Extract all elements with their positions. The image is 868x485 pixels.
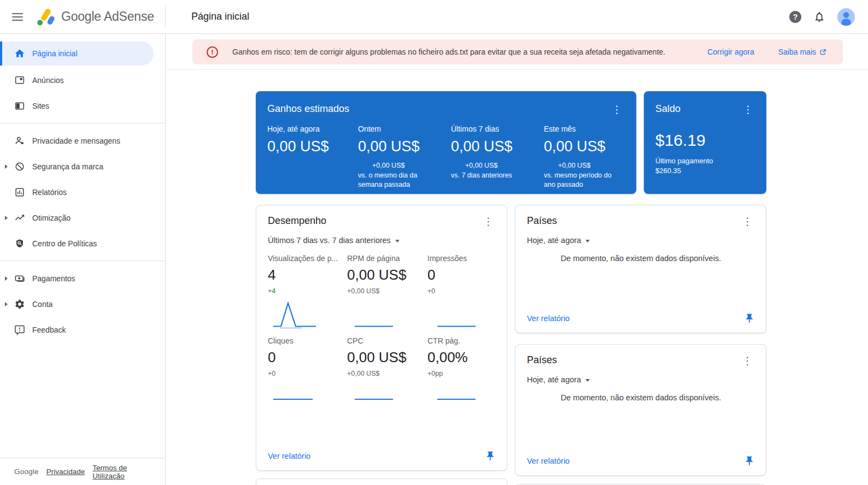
- metric-delta: +0,00 US$: [347, 370, 427, 377]
- metric-label: Visualizações de p...: [268, 254, 347, 263]
- metric-value: 0,00 US$: [267, 138, 358, 155]
- sidebar-item-label: Conta: [32, 300, 52, 309]
- top-bar: Google AdSense Página inicial ?: [0, 0, 868, 34]
- metric: Cliques 0 +0: [268, 336, 347, 377]
- sidebar-item-centro-de-politicas[interactable]: Centro de Políticas: [0, 230, 165, 256]
- countries-card: Países ⋮ Hoje, até agora De momento, não…: [515, 205, 766, 333]
- sidebar-item-label: Privacidade e mensagens: [32, 137, 120, 145]
- metric-compare: vs. o mesmo dia da semana passada: [358, 171, 440, 189]
- metric-label: RPM de página: [347, 254, 427, 263]
- metric-delta: +0pp: [427, 370, 496, 377]
- notifications-icon[interactable]: [813, 11, 825, 23]
- chevron-down-icon: [395, 240, 400, 242]
- sidebar-divider: [0, 261, 165, 261]
- metric-delta: +0,00 US$: [544, 162, 624, 169]
- view-report-link[interactable]: Ver relatório: [268, 452, 310, 460]
- google-footer-logo: Google: [14, 468, 39, 476]
- view-report-link[interactable]: Ver relatório: [527, 457, 570, 465]
- metric-label: Este mês: [544, 125, 624, 133]
- pin-icon[interactable]: [744, 456, 755, 466]
- expand-arrow-icon[interactable]: [5, 302, 8, 306]
- last-payment-label: Último pagamento: [655, 157, 755, 165]
- payments-icon: [14, 273, 25, 284]
- learn-more-label: Saiba mais: [778, 48, 816, 56]
- top-bar-left: Google AdSense: [0, 0, 166, 33]
- more-options-icon[interactable]: ⋮: [609, 103, 624, 116]
- sidebar-divider: [0, 123, 165, 123]
- card-title: Países: [527, 215, 557, 227]
- earnings-column: Hoje, até agora 0,00 US$: [267, 125, 358, 189]
- expand-arrow-icon[interactable]: [5, 276, 8, 281]
- sidebar-item-pagamentos[interactable]: Pagamentos: [0, 265, 165, 291]
- date-range-label: Hoje, até agora: [527, 375, 581, 384]
- metric-value: 0,00 US$: [347, 349, 427, 366]
- error-icon: !: [207, 46, 218, 58]
- chevron-down-icon: [585, 379, 590, 382]
- metric: CTR pág. 0,00% +0pp: [427, 336, 496, 377]
- metric-compare: vs. 7 dias anteriores: [451, 171, 533, 180]
- metric-label: Hoje, até agora: [267, 125, 358, 133]
- metric-value: 0,00 US$: [544, 138, 624, 155]
- more-options-icon[interactable]: ⋮: [741, 103, 755, 116]
- block-icon: [14, 161, 25, 172]
- earnings-column: Este mês 0,00 US$ +0,00 US$ vs. mesmo pe…: [544, 125, 624, 189]
- sidebar-item-relatorios[interactable]: Relatórios: [0, 179, 165, 205]
- metric-label: Cliques: [268, 336, 347, 345]
- metric-delta: +0,00 US$: [451, 162, 544, 169]
- earnings-column: Últimos 7 dias 0,00 US$ +0,00 US$ vs. 7 …: [451, 125, 544, 189]
- page-title: Página inicial: [191, 11, 249, 22]
- metric-value: 0: [268, 349, 347, 366]
- learn-more-link[interactable]: Saiba mais: [778, 48, 826, 56]
- sidebar-item-feedback[interactable]: Feedback: [0, 317, 165, 342]
- sidebar-item-sites[interactable]: Sites: [0, 93, 165, 119]
- bar-chart-icon: [14, 187, 25, 198]
- sidebar-item-privacidade-e-mensagens[interactable]: Privacidade e mensagens: [0, 128, 165, 153]
- last-payment-value: $260.35: [655, 167, 755, 175]
- privacy-person-icon: [14, 135, 25, 146]
- brand-text: Google AdSense: [61, 9, 154, 24]
- sidebar-item-conta[interactable]: Conta: [0, 291, 165, 317]
- earnings-column: Ontem 0,00 US$ +0,00 US$ vs. o mesmo dia…: [358, 125, 451, 189]
- fix-now-link[interactable]: Corrigir agora: [707, 48, 754, 56]
- menu-icon[interactable]: [12, 13, 23, 21]
- adsense-logo-icon: [36, 8, 56, 26]
- sidebar-item-pagina-inicial[interactable]: Página inicial: [0, 42, 154, 66]
- metric: Impressões 0 +0: [427, 254, 496, 295]
- adsense-logo[interactable]: Google AdSense: [36, 8, 154, 26]
- sparkline-flat: [353, 396, 395, 403]
- date-range-label: Últimos 7 dias vs. 7 dias anteriores: [268, 236, 391, 245]
- more-options-icon[interactable]: ⋮: [740, 354, 755, 367]
- metric-delta: +0,00 US$: [358, 162, 451, 169]
- pin-icon[interactable]: [744, 313, 755, 324]
- sidebar-item-label: Feedback: [32, 326, 66, 334]
- empty-state-message: De momento, não existem dados disponívei…: [527, 393, 755, 402]
- date-range-selector[interactable]: Hoje, até agora: [527, 236, 590, 245]
- card-title: Saldo: [655, 103, 681, 115]
- more-options-icon[interactable]: ⋮: [481, 215, 496, 228]
- help-icon[interactable]: ?: [789, 11, 801, 23]
- sparkline-flat: [353, 301, 395, 329]
- avatar[interactable]: [837, 8, 855, 26]
- terms-link[interactable]: Termos de Utilização: [92, 464, 151, 480]
- view-report-link[interactable]: Ver relatório: [527, 314, 570, 323]
- card-title: Ganhos estimados: [267, 103, 349, 115]
- banner-message: Ganhos em risco: tem de corrigir alguns …: [232, 48, 665, 56]
- ads-txt-warning-banner: ! Ganhos em risco: tem de corrigir algun…: [192, 39, 843, 64]
- feedback-bubble-icon: [14, 324, 25, 335]
- expand-arrow-icon[interactable]: [5, 216, 8, 220]
- card-title: Países: [527, 354, 557, 366]
- sidebar-item-anuncios[interactable]: Anúncios: [0, 67, 165, 93]
- metric-delta: +4: [268, 287, 347, 295]
- sidebar-item-label: Pagamentos: [32, 274, 75, 283]
- countries-card: Países ⋮ Hoje, até agora De momento, não…: [515, 344, 766, 476]
- sidebar-nav: Página inicial Anúncios Sites Privacidad…: [0, 34, 165, 458]
- more-options-icon[interactable]: ⋮: [740, 215, 755, 228]
- expand-arrow-icon[interactable]: [5, 164, 8, 169]
- date-range-selector[interactable]: Últimos 7 dias vs. 7 dias anteriores: [268, 236, 400, 245]
- pin-icon[interactable]: [485, 451, 496, 462]
- metric-compare: vs. mesmo período do ano passado: [544, 171, 624, 189]
- sidebar-item-seguranca-da-marca[interactable]: Segurança da marca: [0, 153, 165, 179]
- date-range-selector[interactable]: Hoje, até agora: [527, 375, 590, 384]
- privacy-link[interactable]: Privacidade: [46, 468, 85, 476]
- sidebar-item-otimizacao[interactable]: Otimização: [0, 205, 165, 230]
